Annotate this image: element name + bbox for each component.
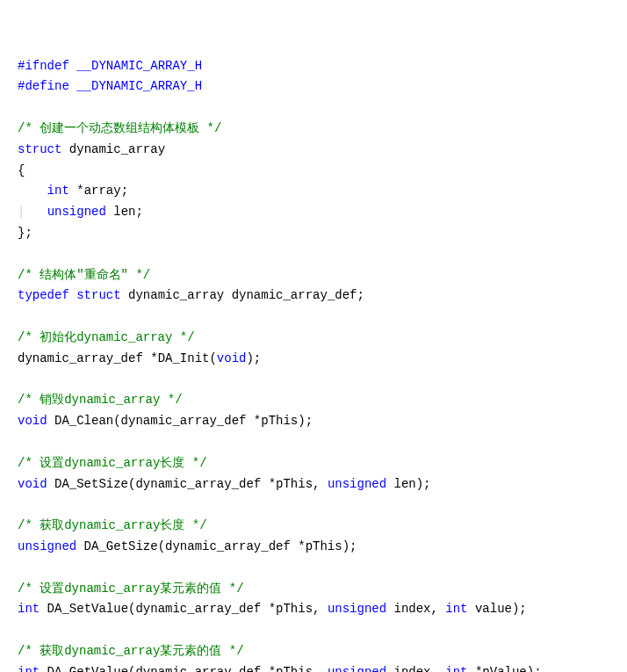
keyword: unsigned: [328, 602, 386, 616]
code-text: index,: [386, 602, 445, 616]
keyword: int: [18, 602, 40, 616]
keyword: int: [47, 184, 69, 198]
brace: {: [18, 163, 25, 177]
code-block: #ifndef __DYNAMIC_ARRAY_H #define __DYNA…: [18, 56, 609, 672]
function-decl: DA_GetSize(dynamic_array_def *pThis);: [76, 539, 357, 553]
function-decl: DA_SetSize(dynamic_array_def *pThis,: [47, 477, 328, 491]
keyword: struct: [76, 288, 120, 302]
struct-name: dynamic_array: [61, 142, 165, 156]
keyword: int: [18, 665, 40, 672]
comment: /* 获取dynamic_array某元素的值 */: [18, 644, 244, 658]
member-decl: len;: [106, 205, 143, 219]
code-text: );: [246, 351, 261, 365]
keyword: int: [445, 602, 467, 616]
keyword: unsigned: [328, 477, 386, 491]
keyword: int: [445, 665, 467, 672]
keyword: typedef: [18, 288, 69, 302]
keyword: unsigned: [47, 205, 106, 219]
comment: /* 获取dynamic_array长度 */: [18, 518, 207, 532]
member-decl: *array;: [69, 184, 128, 198]
function-decl: DA_SetValue(dynamic_array_def *pThis,: [40, 602, 328, 616]
typedef-decl: dynamic_array dynamic_array_def;: [121, 288, 364, 302]
code-text: [69, 288, 76, 302]
code-text: index,: [386, 665, 445, 672]
comment: /* 销毁dynamic_array */: [18, 393, 183, 407]
code-text: [69, 59, 76, 73]
function-decl: DA_Clean(dynamic_array_def *pThis);: [47, 414, 313, 428]
function-decl: dynamic_array_def *DA_Init(: [18, 351, 217, 365]
keyword: unsigned: [18, 539, 76, 553]
code-text: [69, 79, 76, 93]
keyword: void: [18, 414, 47, 428]
preprocessor-directive: #define: [18, 79, 69, 93]
function-decl: DA_GetValue(dynamic_array_def *pThis,: [40, 665, 328, 672]
keyword: void: [217, 351, 247, 365]
comment: /* 初始化dynamic_array */: [18, 330, 195, 344]
comment: /* 设置dynamic_array长度 */: [18, 456, 207, 470]
indent: [18, 184, 47, 198]
code-text: len);: [386, 477, 430, 491]
comment: /* 结构体"重命名" */: [18, 268, 150, 282]
keyword: struct: [18, 142, 61, 156]
comment: /* 创建一个动态数组结构体模板 */: [18, 121, 221, 135]
code-text: *pValue);: [468, 665, 542, 672]
macro-name: __DYNAMIC_ARRAY_H: [76, 59, 202, 73]
indent: [25, 205, 47, 219]
macro-name: __DYNAMIC_ARRAY_H: [76, 79, 202, 93]
brace: };: [18, 226, 32, 240]
keyword: unsigned: [328, 665, 386, 672]
preprocessor-directive: #ifndef: [18, 59, 69, 73]
code-text: value);: [468, 602, 527, 616]
keyword: void: [18, 477, 47, 491]
comment: /* 设置dynamic_array某元素的值 */: [18, 582, 244, 596]
